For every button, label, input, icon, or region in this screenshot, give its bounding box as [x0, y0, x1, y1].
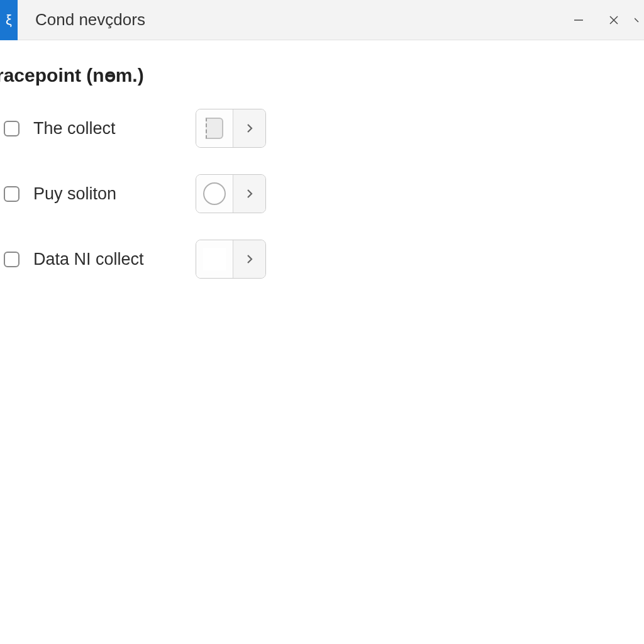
minimize-icon	[573, 14, 584, 26]
picker-expand[interactable]	[233, 240, 265, 278]
minimize-button[interactable]	[561, 0, 596, 40]
style-picker-collect[interactable]	[196, 109, 266, 148]
picker-expand[interactable]	[233, 175, 265, 213]
circle-outline-icon	[203, 182, 226, 205]
checkbox-data[interactable]	[4, 252, 19, 267]
option-label: Puy soliton	[33, 184, 191, 204]
svg-line-3	[635, 18, 638, 22]
titlebar: ξ Cond nevçdors	[0, 0, 644, 40]
content-area: racepoint (nөm.) The collect Puy soliton	[0, 40, 644, 644]
overflow-icon	[635, 14, 641, 26]
option-label: Data NI collect	[33, 250, 191, 269]
option-row-data: Data NI collect	[0, 240, 644, 279]
app-icon: ξ	[0, 0, 18, 40]
checkbox-soliton[interactable]	[4, 186, 19, 202]
section-heading: racepoint (nөm.)	[0, 40, 644, 86]
close-button[interactable]	[596, 0, 631, 40]
chevron-right-icon	[245, 253, 254, 265]
picker-preview	[196, 240, 233, 278]
option-label: The collect	[33, 119, 191, 138]
options-list: The collect Puy soliton	[0, 109, 644, 279]
option-row-collect: The collect	[0, 109, 644, 148]
style-picker-soliton[interactable]	[196, 174, 266, 213]
style-picker-data[interactable]	[196, 240, 266, 279]
checkbox-collect[interactable]	[4, 121, 19, 136]
empty-swatch-icon	[203, 248, 226, 270]
close-icon	[608, 14, 619, 26]
picker-expand[interactable]	[233, 109, 265, 147]
option-row-soliton: Puy soliton	[0, 174, 644, 213]
overflow-button[interactable]	[631, 0, 644, 40]
rect-dashed-icon	[206, 118, 223, 139]
chevron-right-icon	[245, 123, 254, 134]
picker-preview	[196, 175, 233, 213]
window-controls	[561, 0, 644, 40]
window-title: Cond nevçdors	[35, 10, 145, 30]
picker-preview	[196, 109, 233, 147]
chevron-right-icon	[245, 188, 254, 199]
